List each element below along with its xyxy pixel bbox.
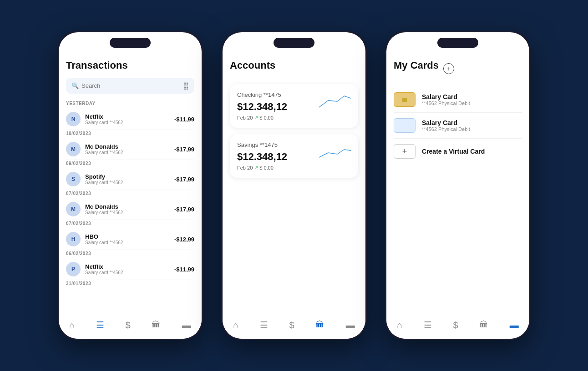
- transaction-item[interactable]: P Netflix Salary card **4562 -$11,99: [66, 259, 194, 280]
- nav-list[interactable]: ☰: [420, 318, 436, 332]
- notch: [437, 38, 478, 48]
- nav-home[interactable]: ⌂: [66, 318, 78, 332]
- avatar-mc1: M: [66, 142, 81, 156]
- add-card-button[interactable]: +: [443, 63, 454, 74]
- nav-dollar[interactable]: $: [285, 318, 298, 332]
- bottom-nav: ⌂ ☰ $ 🏛 ▬: [223, 313, 365, 339]
- plus-icon: +: [394, 144, 416, 159]
- section-label-07b: 07/02/2023: [66, 221, 194, 226]
- avatar-spotify: S: [66, 172, 81, 186]
- card-thumbnail-gold: [394, 92, 416, 107]
- tx-name: Mc Donalds: [85, 143, 170, 150]
- tx-amount: -$11,99: [174, 116, 194, 123]
- chip-icon: [402, 98, 407, 102]
- tx-sub: Salary card **4562: [85, 270, 170, 275]
- transaction-item[interactable]: H HBO Salary card **4562 -$12,99: [66, 229, 194, 250]
- notch: [274, 38, 314, 48]
- up-arrow-icon: ↗: [254, 165, 258, 170]
- filter-icon[interactable]: ⣿: [183, 81, 189, 90]
- nav-bank[interactable]: 🏛: [312, 318, 328, 332]
- transaction-item[interactable]: M Mc Donalds Salary card **4562 -$17,99: [66, 139, 194, 160]
- avatar-netflix: N: [66, 112, 81, 126]
- card-sub: **4562 Physical Debit: [422, 126, 470, 132]
- checking-account-card[interactable]: Checking **1475 $12.348,12 Feb 20 ↗ $ 0,…: [230, 84, 358, 128]
- section-label-07a: 07/02/2023: [66, 191, 194, 196]
- salary-card-gold[interactable]: Salary Card **4562 Physical Debit: [394, 87, 522, 112]
- section-label-yesterday: YESTERDAY: [66, 101, 194, 106]
- checking-chart: [319, 91, 351, 110]
- transaction-item[interactable]: N Netflix Salary card **4562 -$11,99: [66, 109, 194, 130]
- savings-chart: [319, 141, 351, 160]
- salary-card-blue[interactable]: Salary Card **4562 Physical Debit: [394, 113, 522, 138]
- section-label-10: 10/02/2023: [66, 131, 194, 136]
- card-name: Salary Card: [422, 119, 470, 126]
- notch: [110, 38, 151, 48]
- section-label-31: 31/01/2023: [66, 281, 194, 286]
- tx-name: HBO: [85, 233, 170, 240]
- up-arrow-icon: ↗: [254, 115, 258, 120]
- search-icon: 🔍: [71, 82, 79, 89]
- savings-balance: $12.348,12: [237, 151, 287, 163]
- tx-sub: Salary card **4562: [85, 180, 170, 185]
- tx-sub: Salary card **4562: [85, 120, 170, 125]
- tx-name: Mc Donalds: [85, 203, 170, 210]
- card-name: Salary Card: [422, 93, 470, 100]
- avatar-netflix2: P: [66, 262, 81, 276]
- tx-sub: Salary card **4562: [85, 150, 170, 155]
- card-thumbnail-blue: [394, 118, 416, 133]
- tx-sub: Salary card **4562: [85, 210, 170, 215]
- tx-amount: -$12,99: [174, 236, 194, 243]
- phone-mycards: My Cards + Salary Card **4562 Physical D…: [385, 31, 531, 340]
- section-label-06: 06/02/2023: [66, 251, 194, 256]
- nav-card[interactable]: ▬: [178, 318, 195, 332]
- mycards-title: My Cards: [394, 60, 439, 71]
- accounts-title: Accounts: [230, 60, 358, 71]
- savings-date: Feb 20 ↗ $ 0,00: [237, 165, 287, 170]
- mycards-header: My Cards +: [394, 60, 522, 78]
- avatar-hbo: H: [66, 232, 81, 246]
- search-input[interactable]: [81, 82, 181, 89]
- tx-amount: -$17,99: [174, 206, 194, 213]
- nav-dollar[interactable]: $: [122, 318, 134, 332]
- tx-name: Netflix: [85, 263, 170, 270]
- checking-date: Feb 20 ↗ $ 0,00: [237, 115, 287, 120]
- savings-account-name: Savings **1475: [237, 141, 287, 148]
- bottom-nav: ⌂ ☰ $ 🏛 ▬: [386, 313, 529, 339]
- tx-name: Spotify: [85, 173, 170, 180]
- transactions-title: Transactions: [66, 60, 194, 71]
- tx-name: Netflix: [85, 113, 170, 120]
- nav-bank[interactable]: 🏛: [476, 318, 492, 332]
- tx-amount: -$17,99: [174, 176, 194, 183]
- tx-sub: Salary card **4562: [85, 240, 170, 245]
- phone-accounts: Accounts Checking **1475 $12.348,12 Feb …: [221, 31, 367, 340]
- search-bar[interactable]: 🔍 ⣿: [66, 78, 194, 94]
- create-virtual-card[interactable]: + Create a Virtual Card: [394, 139, 522, 164]
- bottom-nav: ⌂ ☰ $ 🏛 ▬: [59, 313, 202, 339]
- create-card-label: Create a Virtual Card: [422, 148, 485, 155]
- transaction-list: YESTERDAY N Netflix Salary card **4562 -…: [66, 100, 194, 313]
- savings-account-card[interactable]: Savings **1475 $12.348,12 Feb 20 ↗ $ 0,0…: [230, 134, 358, 178]
- nav-list[interactable]: ☰: [92, 318, 108, 332]
- nav-card[interactable]: ▬: [506, 318, 522, 332]
- checking-balance: $12.348,12: [237, 101, 287, 113]
- nav-home[interactable]: ⌂: [229, 318, 242, 332]
- nav-home[interactable]: ⌂: [393, 318, 406, 332]
- tx-amount: -$11,99: [174, 266, 194, 273]
- tx-amount: -$17,99: [174, 146, 194, 153]
- phone-transactions: Transactions 🔍 ⣿ YESTERDAY N Netflix Sal…: [57, 31, 203, 340]
- nav-dollar[interactable]: $: [449, 318, 461, 332]
- nav-list[interactable]: ☰: [256, 318, 272, 332]
- card-sub: **4562 Physical Debit: [422, 100, 470, 106]
- avatar-mc2: M: [66, 202, 81, 216]
- transaction-item[interactable]: S Spotify Salary card **4562 -$17,99: [66, 169, 194, 190]
- nav-card[interactable]: ▬: [342, 318, 359, 332]
- nav-bank[interactable]: 🏛: [148, 318, 164, 332]
- checking-account-name: Checking **1475: [237, 91, 287, 98]
- section-label-09: 09/02/2023: [66, 161, 194, 166]
- transaction-item[interactable]: M Mc Donalds Salary card **4562 -$17,99: [66, 199, 194, 220]
